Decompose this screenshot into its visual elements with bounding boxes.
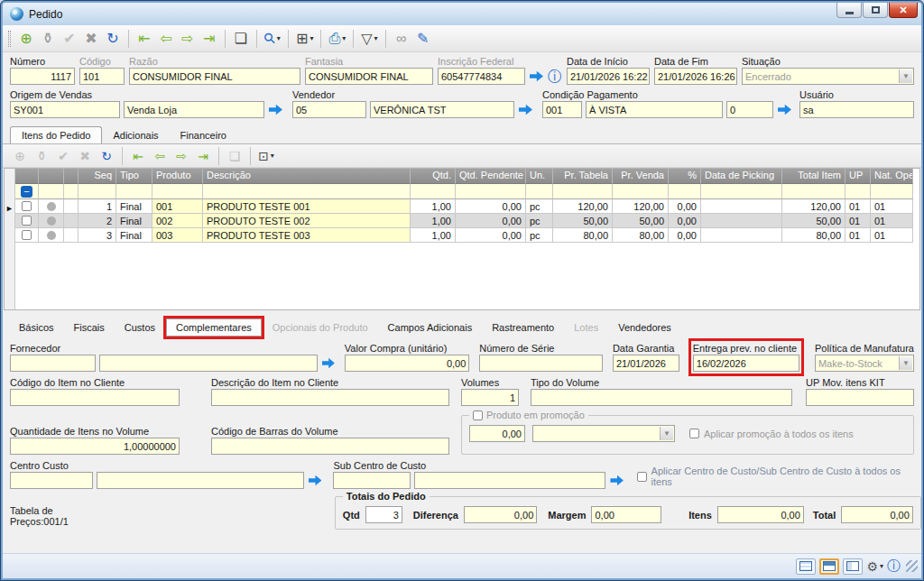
add-button[interactable]: ⊕ (16, 28, 36, 50)
promo-value-input[interactable]: 0,00 (469, 425, 525, 442)
column-header-data-de-picking[interactable]: Data de Picking (701, 169, 782, 184)
column-header-seq[interactable]: Seq (79, 169, 116, 184)
column-header-tipo[interactable]: Tipo (116, 169, 152, 184)
close-button[interactable]: ✕ (889, 3, 918, 18)
fantasia-input[interactable]: CONSUMIDOR FINAL (305, 68, 433, 85)
condicao-lookup-arrow-icon[interactable] (778, 104, 791, 115)
item-grid-options-button[interactable]: ⊡▾ (256, 147, 276, 165)
up-mov-kit-input[interactable] (806, 389, 914, 406)
row-checkbox[interactable] (22, 230, 32, 240)
situacao-select[interactable]: Encerrado ▼ (742, 68, 914, 85)
item-delete-button[interactable]: ⚱ (32, 147, 51, 165)
row-checkbox[interactable] (22, 216, 32, 226)
collapse-minus-icon[interactable]: − (21, 186, 32, 198)
origem-lookup-arrow-icon[interactable] (269, 104, 282, 115)
filter-cell[interactable] (203, 184, 411, 199)
row-selector-column[interactable]: ► (5, 169, 15, 309)
filter-cell[interactable] (456, 184, 526, 199)
column-header-qtd[interactable]: Qtd. (411, 169, 456, 184)
customer-lookup-arrow-icon[interactable] (530, 70, 543, 82)
tab-adicionais[interactable]: Adicionais (102, 127, 169, 143)
copy-button[interactable]: ❏ (231, 28, 251, 50)
table-row[interactable]: 2Final002PRODUTO TESTE 0021,000,00pc50,0… (15, 214, 919, 228)
cod-barras-volume-input[interactable] (211, 438, 449, 455)
inscricao-input[interactable]: 60547774834 (438, 68, 525, 85)
numero-serie-input[interactable] (479, 355, 603, 372)
filter-cell[interactable] (64, 184, 79, 199)
detail-tab-complementares[interactable]: Complementares (166, 318, 262, 337)
statusbar-settings-button[interactable]: ⚙▾ (866, 559, 883, 574)
promo-checkbox[interactable] (473, 410, 483, 420)
chevron-down-icon[interactable]: ▼ (660, 427, 673, 440)
filter-cell[interactable]: − (15, 184, 39, 199)
centro-custo-lookup-arrow-icon[interactable] (309, 475, 321, 486)
centro-custo-name-input[interactable] (97, 472, 304, 489)
margem-input[interactable]: 0,00 (591, 506, 661, 523)
numero-input[interactable]: 1117 (10, 68, 75, 85)
item-last-button[interactable]: ⇥ (193, 147, 213, 165)
column-header-[interactable]: % (669, 169, 701, 184)
detail-tab-básicos[interactable]: Básicos (10, 319, 63, 336)
vendedor-name-input[interactable]: VERÔNICA TST (370, 101, 514, 118)
codigo-item-input[interactable] (10, 389, 180, 406)
filter-cell[interactable] (39, 184, 64, 199)
row-checkbox[interactable] (22, 201, 32, 211)
maximize-button[interactable] (863, 3, 888, 18)
glasses-button[interactable]: ∞ (392, 28, 411, 50)
resize-grip[interactable] (906, 560, 918, 572)
centro-custo-code-input[interactable] (10, 472, 93, 489)
total-input[interactable]: 0,00 (841, 506, 913, 523)
apply-centro-custo-checkbox[interactable] (637, 472, 647, 482)
item-prev-button[interactable]: ⇦ (150, 147, 170, 165)
tipo-volume-input[interactable] (531, 389, 792, 406)
detail-tab-vendedores[interactable]: Vendedores (609, 319, 680, 336)
data-fim-input[interactable]: 21/01/2026 16:26 (654, 68, 737, 85)
row-checkbox-cell[interactable] (15, 214, 39, 228)
entrega-prev-input[interactable]: 16/02/2026 (693, 355, 799, 372)
item-copy-button[interactable]: ❏ (225, 147, 245, 165)
item-next-button[interactable]: ⇨ (171, 147, 191, 165)
filter-cell[interactable] (553, 184, 613, 199)
column-header[interactable] (39, 169, 64, 184)
first-record-button[interactable]: ⇤ (134, 28, 154, 50)
form-view-button[interactable] (843, 558, 863, 575)
filter-cell[interactable] (845, 184, 871, 199)
filter-button[interactable]: ▽▾ (359, 28, 379, 50)
detail-tab-fiscais[interactable]: Fiscais (65, 319, 114, 336)
detail-tab-campos-adicionais[interactable]: Campos Adicionais (379, 319, 482, 336)
tab-itens-do-pedido[interactable]: Itens do Pedido (10, 126, 102, 143)
last-record-button[interactable]: ⇥ (199, 28, 219, 50)
print-button[interactable]: ⎙▾ (327, 28, 347, 50)
window-options-button[interactable]: ⊞▾ (294, 28, 315, 50)
row-status-cell[interactable] (39, 199, 64, 214)
filter-cell[interactable] (782, 184, 845, 199)
item-add-button[interactable]: ⊕ (10, 147, 30, 165)
sub-centro-code-input[interactable] (333, 472, 411, 489)
usuario-input[interactable]: sa (799, 101, 914, 118)
titlebar[interactable]: Pedido ✕ (3, 3, 921, 25)
column-header-pr-venda[interactable]: Pr. Venda (613, 169, 669, 184)
vendedor-lookup-arrow-icon[interactable] (519, 104, 532, 115)
valor-compra-input[interactable]: 0,00 (345, 355, 469, 372)
filter-cell[interactable] (116, 184, 152, 199)
chevron-down-icon[interactable]: ▼ (899, 356, 912, 370)
vendedor-code-input[interactable]: 05 (292, 101, 366, 118)
next-record-button[interactable]: ⇨ (178, 28, 198, 50)
item-cancel-button[interactable]: ✖ (75, 147, 95, 165)
descricao-item-input[interactable] (211, 389, 449, 406)
origem-code-input[interactable]: SY001 (10, 101, 120, 118)
itens-input[interactable]: 0,00 (717, 506, 804, 523)
column-header[interactable] (64, 169, 79, 184)
send-button[interactable]: ✎ (413, 28, 433, 50)
filter-cell[interactable] (669, 184, 701, 199)
column-header-un[interactable]: Un. (526, 169, 553, 184)
table-view-button[interactable] (796, 558, 816, 575)
column-header-qtd-pendente[interactable]: Qtd. Pendente (456, 169, 526, 184)
volumes-input[interactable]: 1 (461, 389, 519, 406)
row-status-cell[interactable] (39, 228, 64, 243)
column-header-up[interactable]: UP (845, 169, 871, 184)
confirm-button[interactable]: ✔ (60, 28, 79, 50)
delete-button[interactable]: ⚱ (38, 28, 58, 50)
filter-cell[interactable] (411, 184, 456, 199)
filter-cell[interactable] (701, 184, 782, 199)
